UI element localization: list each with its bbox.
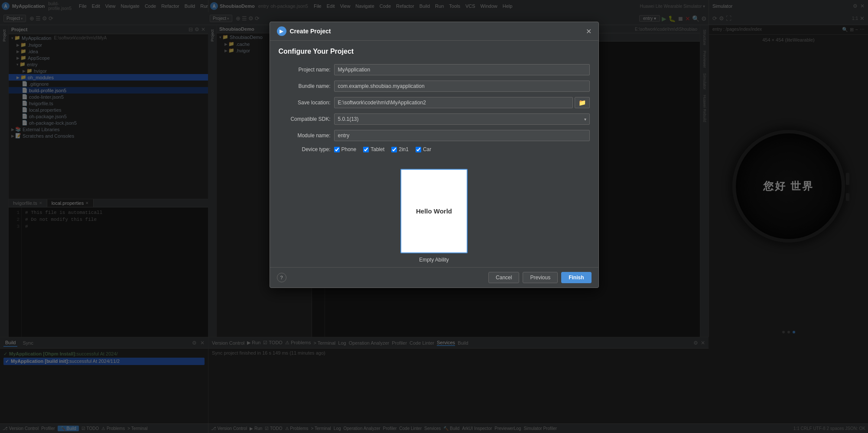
dialog-header: ▶ Create Project ✕	[270, 22, 598, 41]
dialog-title-area: ▶ Create Project	[277, 26, 331, 36]
device-phone-label: Phone	[334, 146, 357, 152]
device-2in1-text: 2in1	[399, 146, 409, 152]
device-car-checkbox[interactable]	[416, 147, 421, 152]
cancel-button[interactable]: Cancel	[488, 272, 519, 283]
device-2in1-checkbox[interactable]	[391, 147, 397, 152]
help-button[interactable]: ?	[277, 273, 286, 282]
form-row-device: Device type: Phone Tablet 2in1	[279, 146, 590, 152]
device-car-label: Car	[416, 146, 431, 152]
sdk-select[interactable]: 5.0.1(13) 5.0.0(12) 4.1.0(11)	[334, 113, 590, 125]
sdk-select-wrapper: 5.0.1(13) 5.0.0(12) 4.1.0(11) ▾	[334, 113, 590, 125]
save-location-input[interactable]	[334, 97, 573, 108]
device-phone-checkbox[interactable]	[334, 147, 340, 152]
dialog-title: Create Project	[290, 28, 331, 35]
finish-button[interactable]: Finish	[561, 272, 591, 283]
form-row-sdk: Compatible SDK: 5.0.1(13) 5.0.0(12) 4.1.…	[279, 113, 590, 125]
template-card[interactable]: Hello World Empty Ability	[400, 169, 468, 263]
create-project-dialog: ▶ Create Project ✕ Configure Your Projec…	[270, 22, 599, 288]
module-name-input[interactable]	[334, 130, 590, 141]
module-label: Module name:	[279, 132, 331, 139]
dialog-close-button[interactable]: ✕	[586, 27, 592, 36]
bundle-name-label: Bundle name:	[279, 83, 331, 89]
device-checkboxes: Phone Tablet 2in1 Car	[334, 146, 432, 152]
device-2in1-label: 2in1	[391, 146, 409, 152]
dialog-body: Configure Your Project Project name: Bun…	[270, 41, 598, 165]
device-car-text: Car	[423, 146, 431, 152]
form-row-save-location: Save location: 📁	[279, 97, 590, 108]
form-row-module: Module name:	[279, 130, 590, 141]
device-tablet-text: Tablet	[371, 146, 384, 152]
bundle-name-input[interactable]	[334, 81, 590, 92]
form-row-project-name: Project name:	[279, 64, 590, 75]
template-label: Empty Ability	[419, 257, 449, 263]
previous-button[interactable]: Previous	[523, 272, 558, 283]
dialog-logo: ▶	[277, 26, 286, 36]
browse-button[interactable]: 📁	[575, 97, 590, 108]
dialog-footer: ? Cancel Previous Finish	[270, 267, 598, 288]
template-hello-world: Hello World	[416, 207, 452, 215]
save-location-group: 📁	[334, 97, 590, 108]
save-location-label: Save location:	[279, 100, 331, 106]
template-preview-area: Hello World Empty Ability	[270, 165, 598, 267]
dialog-btn-group: Cancel Previous Finish	[488, 272, 591, 283]
dialog-step-title: Configure Your Project	[279, 48, 590, 55]
device-tablet-label: Tablet	[363, 146, 384, 152]
sdk-label: Compatible SDK:	[279, 116, 331, 122]
project-name-input[interactable]	[334, 64, 590, 75]
form-row-bundle-name: Bundle name:	[279, 81, 590, 92]
dialog-overlay: ▶ Create Project ✕ Configure Your Projec…	[0, 0, 868, 433]
device-phone-text: Phone	[341, 146, 357, 152]
device-type-label: Device type:	[279, 146, 331, 152]
project-name-label: Project name:	[279, 67, 331, 73]
device-tablet-checkbox[interactable]	[363, 147, 369, 152]
template-image: Hello World	[400, 169, 468, 253]
